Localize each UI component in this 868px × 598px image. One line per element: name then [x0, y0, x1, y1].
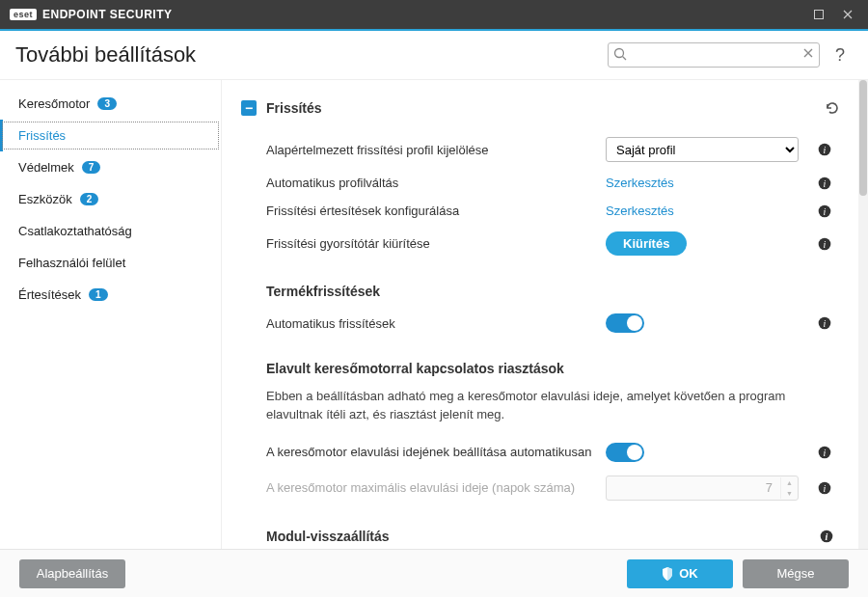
info-button[interactable]: i	[820, 530, 841, 543]
svg-point-1	[614, 49, 623, 58]
sidebar-item-label: Védelmek	[18, 160, 74, 175]
sidebar-badge: 2	[80, 193, 99, 205]
app-brand: eset ENDPOINT SECURITY	[10, 8, 173, 21]
shield-icon	[662, 567, 673, 581]
collapse-toggle[interactable]: −	[241, 100, 257, 116]
scrollbar-track[interactable]	[858, 80, 868, 549]
page-header: További beállítások ?	[0, 31, 868, 80]
clear-cache-button[interactable]: Kiürítés	[606, 231, 687, 256]
defaults-button[interactable]: Alapbeállítás	[19, 559, 125, 588]
label-auto-updates: Automatikus frissítések	[266, 316, 596, 331]
subheading-module-reset: Modul-visszaállítás i	[241, 507, 841, 549]
x-icon	[802, 47, 814, 59]
info-icon: i	[820, 530, 833, 543]
label-notifications: Frissítési értesítések konfigurálása	[266, 204, 596, 218]
sidebar: Keresőmotor 3 Frissítés Védelmek 7 Eszkö…	[0, 80, 222, 549]
undo-button[interactable]	[824, 99, 841, 117]
info-button[interactable]: i	[818, 237, 841, 251]
spinner-down[interactable]: ▼	[781, 488, 798, 499]
help-button[interactable]: ?	[831, 45, 849, 66]
close-icon	[843, 10, 853, 19]
info-button[interactable]: i	[818, 177, 841, 190]
sidebar-item-ui[interactable]: Felhasználói felület	[0, 247, 221, 279]
cancel-button[interactable]: Mégse	[743, 559, 849, 588]
search-clear-button[interactable]	[802, 47, 814, 59]
max-age-value: 7	[607, 480, 780, 495]
sidebar-item-update[interactable]: Frissítés	[0, 120, 221, 151]
subheading-outdated-alerts: Elavult keresőmotorral kapcsolatos riasz…	[241, 340, 841, 384]
max-age-spinner: 7 ▲ ▼	[606, 476, 799, 501]
sidebar-item-notifications[interactable]: Értesítések 1	[0, 279, 221, 311]
row-auto-updates: Automatikus frissítések i	[241, 307, 841, 340]
svg-text:i: i	[824, 205, 827, 216]
sidebar-item-detection-engine[interactable]: Keresőmotor 3	[0, 88, 221, 120]
sidebar-item-tools[interactable]: Eszközök 2	[0, 183, 221, 215]
sidebar-badge: 3	[97, 97, 117, 110]
subheading-product-updates: Termékfrissítések	[241, 262, 841, 307]
info-icon: i	[818, 143, 831, 156]
section-title-update: Frissítés	[266, 100, 814, 116]
outdated-description: Ebben a beállításban adható meg a kereső…	[241, 384, 841, 436]
title-bar: eset ENDPOINT SECURITY	[0, 0, 868, 29]
undo-icon	[824, 99, 841, 117]
label-auto-set-age: A keresőmotor elavulási idejének beállít…	[266, 445, 596, 459]
info-button[interactable]: i	[818, 446, 841, 459]
sidebar-item-label: Frissítés	[18, 128, 66, 143]
auto-updates-toggle[interactable]	[606, 313, 644, 333]
edit-notifications-link[interactable]: Szerkesztés	[606, 204, 674, 218]
info-icon: i	[818, 237, 831, 251]
info-icon: i	[818, 177, 831, 190]
footer: Alapbeállítás OK Mégse	[0, 549, 868, 597]
svg-rect-0	[815, 11, 824, 19]
row-auto-set-age: A keresőmotor elavulási idejének beállít…	[241, 436, 841, 469]
info-button[interactable]: i	[818, 204, 841, 218]
page-title: További beállítások	[15, 42, 596, 68]
svg-text:i: i	[824, 318, 827, 329]
info-icon: i	[818, 481, 831, 495]
sidebar-item-label: Csatlakoztathatóság	[18, 224, 132, 238]
row-auto-profile: Automatikus profilváltás Szerkesztés i	[241, 169, 841, 197]
ok-label: OK	[679, 566, 698, 581]
label-default-profile: Alapértelmezett frissítési profil kijelö…	[266, 143, 596, 157]
search-icon	[613, 47, 627, 61]
row-notifications: Frissítési értesítések konfigurálása Sze…	[241, 197, 841, 225]
sidebar-item-label: Felhasználói felület	[18, 256, 125, 270]
window-close-button[interactable]	[833, 0, 862, 29]
info-icon: i	[818, 204, 831, 218]
info-icon: i	[818, 446, 831, 459]
info-icon: i	[818, 316, 831, 330]
auto-set-age-toggle[interactable]	[606, 443, 644, 462]
sidebar-item-connectivity[interactable]: Csatlakoztathatóság	[0, 215, 221, 247]
svg-text:i: i	[824, 447, 827, 457]
scrollbar-thumb[interactable]	[859, 80, 867, 196]
window-maximize-button[interactable]	[804, 0, 833, 29]
minus-icon: −	[245, 101, 253, 115]
sidebar-badge: 1	[89, 288, 108, 301]
label-clear-cache: Frissítési gyorsítótár kiürítése	[266, 236, 596, 251]
svg-text:i: i	[824, 482, 827, 493]
module-reset-label: Modul-visszaállítás	[266, 529, 820, 544]
ok-button[interactable]: OK	[627, 559, 733, 588]
label-auto-profile: Automatikus profilváltás	[266, 176, 596, 190]
row-max-age: A keresőmotor maximális elavulási ideje …	[241, 469, 841, 507]
label-max-age: A keresőmotor maximális elavulási ideje …	[266, 480, 596, 495]
sidebar-item-protections[interactable]: Védelmek 7	[0, 151, 221, 183]
row-default-profile: Alapértelmezett frissítési profil kijelö…	[241, 130, 841, 169]
brand-text: ENDPOINT SECURITY	[42, 8, 173, 21]
square-icon	[814, 10, 824, 19]
svg-text:i: i	[824, 238, 827, 249]
info-button[interactable]: i	[818, 143, 841, 156]
brand-badge: eset	[10, 9, 37, 20]
spinner-up[interactable]: ▲	[781, 477, 798, 488]
edit-auto-profile-link[interactable]: Szerkesztés	[606, 176, 674, 190]
search-input[interactable]	[608, 42, 820, 68]
default-profile-select[interactable]: Saját profil	[606, 137, 799, 162]
search-box	[608, 42, 820, 68]
sidebar-item-label: Keresőmotor	[18, 96, 90, 111]
svg-text:i: i	[826, 530, 828, 541]
sidebar-badge: 7	[82, 161, 101, 174]
info-button[interactable]: i	[818, 316, 841, 330]
info-button[interactable]: i	[818, 481, 841, 495]
settings-content: − Frissítés Alapértelmezett frissítési p…	[222, 80, 858, 549]
svg-text:i: i	[824, 177, 827, 188]
